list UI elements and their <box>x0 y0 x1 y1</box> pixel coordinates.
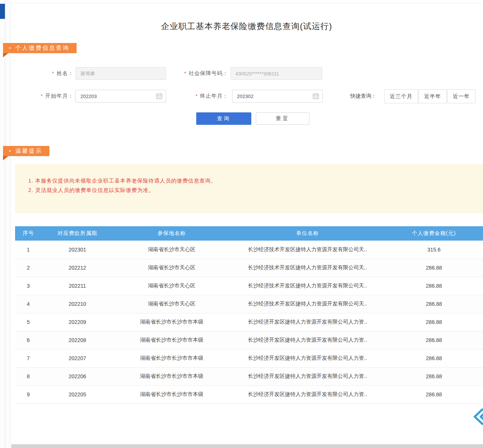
table-row: 7 202207 湖南省长沙市长沙市市本级 长沙经济开发区捷特人力资源开发有限公… <box>15 349 483 367</box>
required-asterisk: * <box>195 93 198 99</box>
cell-place: 湖南省长沙市长沙市市本级 <box>113 313 230 331</box>
cell-place: 湖南省长沙市天心区 <box>113 259 230 277</box>
cell-period: 202208 <box>42 331 113 349</box>
cell-period: 202212 <box>42 259 113 277</box>
table-header-row: 序号 对应费款所属期 参保地名称 单位名称 个人缴费金额(元) <box>15 226 483 241</box>
cell-index: 2 <box>15 259 42 277</box>
cell-amount: 286.88 <box>385 295 483 313</box>
cell-index: 5 <box>15 313 42 331</box>
end-month-label: *终止年月： <box>162 93 228 100</box>
cell-employer: 长沙经济开发区捷特人力资源开发有限公司人力资.. <box>230 349 385 367</box>
end-month-field[interactable] <box>232 90 323 103</box>
ribbon-fold <box>3 156 8 160</box>
cell-amount: 286.88 <box>385 277 483 295</box>
required-asterisk: * <box>41 93 43 99</box>
col-header-period: 对应费款所属期 <box>42 226 113 241</box>
cell-place: 湖南省长沙市长沙市市本级 <box>113 385 230 404</box>
quick-btn-1year[interactable]: 近一年 <box>447 89 475 103</box>
table-row: 6 202208 湖南省长沙市长沙市市本级 长沙经济开发区捷特人力资源开发有限公… <box>15 331 483 349</box>
page-title: 企业职工基本养老保险缴费信息查询(试运行) <box>10 21 483 32</box>
start-month-label: *开始年月： <box>23 93 74 100</box>
cell-index: 4 <box>15 295 42 313</box>
section-badge-query: • 个人缴费信息查询 <box>3 43 77 53</box>
cell-index: 6 <box>15 331 42 349</box>
notice-line-1: 1. 本服务仅提供尚未领取企业职工基本养老保险待遇人员的缴费信息查询。 <box>28 176 483 186</box>
cell-amount: 286.88 <box>385 349 483 367</box>
table-row: 1 202301 湖南省长沙市天心区 长沙经济技术开发区捷特人力资源开发有限公司… <box>15 241 483 259</box>
cell-index: 3 <box>15 277 42 295</box>
quick-query-label: 快捷查询： <box>350 93 382 100</box>
cell-period: 202207 <box>42 349 113 367</box>
name-field <box>75 67 166 80</box>
cell-amount: 286.88 <box>385 259 483 277</box>
cell-index: 8 <box>15 367 42 385</box>
cell-employer: 长沙经济技术开发区捷特人力资源开发有限公司天.. <box>230 241 385 259</box>
start-month-field[interactable] <box>75 90 166 103</box>
section-badge-tips-label: 温馨提示 <box>15 147 43 155</box>
col-header-amount: 个人缴费金额(元) <box>385 226 483 241</box>
ssn-field <box>231 67 322 80</box>
table-row: 5 202209 湖南省长沙市长沙市市本级 长沙经济开发区捷特人力资源开发有限公… <box>15 313 483 331</box>
col-header-place: 参保地名称 <box>113 226 230 241</box>
cell-period: 202209 <box>42 313 113 331</box>
cell-index: 7 <box>15 349 42 367</box>
payment-table: 序号 对应费款所属期 参保地名称 单位名称 个人缴费金额(元) 1 202301… <box>15 226 483 404</box>
col-header-employer: 单位名称 <box>230 226 385 241</box>
cell-place: 湖南省长沙市长沙市市本级 <box>113 331 230 349</box>
calendar-icon[interactable] <box>155 92 163 100</box>
cell-amount: 286.88 <box>385 385 483 404</box>
required-asterisk: * <box>52 71 54 76</box>
table-row: 8 202206 湖南省长沙市长沙市市本级 长沙经济开发区捷特人力资源开发有限公… <box>15 367 483 385</box>
table-row: 9 202205 湖南省长沙市长沙市市本级 长沙经济开发区捷特人力资源开发有限公… <box>15 385 483 404</box>
query-button[interactable]: 查询 <box>196 112 251 125</box>
calendar-icon[interactable] <box>312 92 320 100</box>
name-label: *姓名： <box>23 70 74 77</box>
cell-employer: 长沙经济开发区捷特人力资源开发有限公司人力资.. <box>230 385 385 404</box>
cell-index: 9 <box>15 385 42 404</box>
section-badge-query-label: 个人缴费信息查询 <box>15 44 70 52</box>
page: 企业职工基本养老保险缴费信息查询(试运行) • 个人缴费信息查询 *姓名： *社… <box>0 0 483 448</box>
cell-employer: 长沙经济技术开发区捷特人力资源开发有限公司天.. <box>230 295 385 313</box>
cell-period: 202211 <box>42 277 113 295</box>
left-edge-divider <box>5 0 5 448</box>
reset-button[interactable]: 重置 <box>256 112 309 125</box>
table-body: 1 202301 湖南省长沙市天心区 长沙经济技术开发区捷特人力资源开发有限公司… <box>15 241 483 404</box>
section-badge-tips: • 温馨提示 <box>3 146 49 156</box>
bottom-scroll-band <box>11 444 483 448</box>
cell-employer: 长沙经济开发区捷特人力资源开发有限公司人力资.. <box>230 367 385 385</box>
cell-employer: 长沙经济技术开发区捷特人力资源开发有限公司天.. <box>230 259 385 277</box>
cell-amount: 286.88 <box>385 367 483 385</box>
col-header-index: 序号 <box>15 226 42 241</box>
quick-btn-3months[interactable]: 近三个月 <box>384 89 418 103</box>
cell-index: 1 <box>15 241 42 259</box>
required-asterisk: * <box>184 71 186 76</box>
cell-amount: 315.6 <box>385 241 483 259</box>
cell-place: 湖南省长沙市天心区 <box>113 277 230 295</box>
cell-period: 202301 <box>42 241 113 259</box>
cell-place: 湖南省长沙市天心区 <box>113 295 230 313</box>
notice-box: 1. 本服务仅提供尚未领取企业职工基本养老保险待遇人员的缴费信息查询。 2. 灵… <box>15 164 483 213</box>
sidebar-stub <box>0 4 5 19</box>
quick-query-group: 近三个月 近半年 近一年 <box>384 89 476 103</box>
cell-employer: 长沙经济开发区捷特人力资源开发有限公司人力资.. <box>230 313 385 331</box>
table-row: 4 202210 湖南省长沙市天心区 长沙经济技术开发区捷特人力资源开发有限公司… <box>15 295 483 313</box>
bullet-icon: • <box>9 148 11 154</box>
cell-place: 湖南省长沙市长沙市市本级 <box>113 349 230 367</box>
cell-period: 202206 <box>42 367 113 385</box>
table-row: 2 202212 湖南省长沙市天心区 长沙经济技术开发区捷特人力资源开发有限公司… <box>15 259 483 277</box>
cell-place: 湖南省长沙市天心区 <box>113 241 230 259</box>
cell-period: 202205 <box>42 385 113 404</box>
ssn-label: *社会保障号码： <box>162 70 228 77</box>
quick-btn-halfyear[interactable]: 近半年 <box>418 89 447 103</box>
cell-place: 湖南省长沙市长沙市市本级 <box>113 367 230 385</box>
cell-employer: 长沙经济开发区捷特人力资源开发有限公司人力资.. <box>230 331 385 349</box>
notice-line-2: 2. 灵活就业人员的缴费单位信息以实际缴费为准。 <box>28 186 483 195</box>
cell-period: 202210 <box>42 295 113 313</box>
cell-amount: 286.88 <box>385 331 483 349</box>
table-row: 3 202211 湖南省长沙市天心区 长沙经济技术开发区捷特人力资源开发有限公司… <box>15 277 483 295</box>
cell-amount: 286.88 <box>385 313 483 331</box>
double-chevron-left-icon[interactable] <box>472 408 483 425</box>
bullet-icon: • <box>9 45 11 51</box>
cell-employer: 长沙经济技术开发区捷特人力资源开发有限公司天.. <box>230 277 385 295</box>
ribbon-fold <box>3 53 8 57</box>
